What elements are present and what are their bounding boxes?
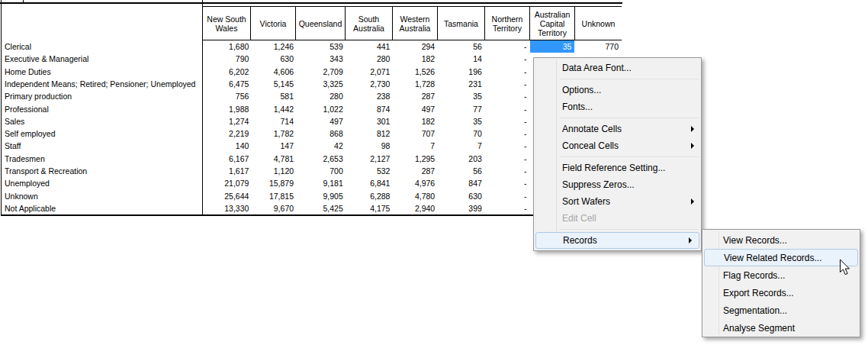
cell-tradesmen-tasmania[interactable]: 203 [438,153,485,165]
menu-item-segmentation[interactable]: Segmentation... [702,301,860,319]
cell-self-employed-south-australia[interactable]: 812 [346,127,394,140]
cell-transport-recreation-south-australia[interactable]: 532 [346,165,394,177]
menu-item-records[interactable]: Records [535,232,699,249]
cell-unknown-south-australia[interactable]: 6,288 [346,189,394,202]
row-label-tradesmen[interactable]: Tradesmen [2,154,204,163]
cell-primary-production-tasmania[interactable]: 35 [438,90,485,102]
cell-executive-managerial-victoria[interactable]: 630 [252,53,297,65]
cell-sales-queensland[interactable]: 497 [297,115,346,127]
column-header-northern-territory[interactable]: Northern Territory [484,6,529,40]
cell-self-employed-victoria[interactable]: 1,782 [252,127,297,140]
cell-unemployed-tasmania[interactable]: 847 [438,177,485,189]
row-label-not-applicable[interactable]: Not Applicable [2,204,204,213]
row-label-unknown[interactable]: Unknown [2,192,204,201]
cell-primary-production-northern-territory[interactable]: - [485,90,530,102]
cell-unknown-victoria[interactable]: 17,815 [252,189,297,202]
cell-sales-victoria[interactable]: 714 [252,115,297,127]
menu-item-conceal-cells[interactable]: Conceal Cells [534,137,701,154]
cell-clerical-unknown[interactable]: 770 [574,40,622,53]
cell-staff-new-south-wales[interactable]: 140 [204,140,252,152]
menu-item-options[interactable]: Options... [534,82,701,98]
column-header-queensland[interactable]: Queensland [295,6,345,40]
cell-sales-new-south-wales[interactable]: 1,274 [204,115,252,127]
cell-clerical-south-australia[interactable]: 441 [346,40,394,53]
column-header-victoria[interactable]: Victoria [250,6,295,40]
menu-item-data-area-font[interactable]: Data Area Font... [534,60,701,76]
cell-sales-tasmania[interactable]: 35 [438,115,485,127]
cell-self-employed-tasmania[interactable]: 70 [438,127,485,140]
cell-not-applicable-queensland[interactable]: 5,425 [297,202,346,214]
cell-tradesmen-victoria[interactable]: 4,781 [252,153,297,165]
row-label-professional[interactable]: Professional [2,105,204,114]
cell-professional-queensland[interactable]: 1,022 [297,102,346,114]
cell-independent-means-retired-pensioner-unemployed-victoria[interactable]: 5,145 [252,78,297,90]
cell-professional-south-australia[interactable]: 874 [346,102,394,114]
row-label-staff[interactable]: Staff [2,141,204,150]
cell-self-employed-queensland[interactable]: 868 [297,127,346,140]
cell-professional-western-australia[interactable]: 497 [393,102,438,114]
cell-unknown-queensland[interactable]: 9,905 [297,189,346,202]
cell-not-applicable-victoria[interactable]: 9,670 [252,202,297,214]
cell-staff-queensland[interactable]: 42 [297,140,346,152]
cell-not-applicable-western-australia[interactable]: 2,940 [393,202,438,214]
cell-transport-recreation-northern-territory[interactable]: - [485,165,530,177]
menu-item-view-records[interactable]: View Records... [702,231,860,249]
cell-clerical-victoria[interactable]: 1,246 [252,40,297,53]
cell-clerical-northern-territory[interactable]: - [485,40,530,53]
menu-item-flag-records[interactable]: Flag Records... [702,266,860,284]
column-header-australian-capital-territory[interactable]: Australian Capital Territory [529,6,574,40]
cell-tradesmen-northern-territory[interactable]: - [485,153,530,165]
row-label-self-employed[interactable]: Self employed [2,129,204,138]
cell-independent-means-retired-pensioner-unemployed-northern-territory[interactable]: - [485,78,530,90]
cell-tradesmen-queensland[interactable]: 2,653 [297,153,346,165]
cell-staff-northern-territory[interactable]: - [485,140,530,152]
cell-executive-managerial-tasmania[interactable]: 14 [438,53,485,65]
cell-transport-recreation-tasmania[interactable]: 56 [438,165,485,177]
cell-unknown-tasmania[interactable]: 630 [438,189,485,202]
cell-executive-managerial-south-australia[interactable]: 280 [346,53,394,65]
column-header-south-australia[interactable]: South Australia [345,6,392,40]
cell-primary-production-western-australia[interactable]: 287 [393,90,438,102]
cell-transport-recreation-victoria[interactable]: 1,120 [252,165,297,177]
menu-item-field-reference-setting[interactable]: Field Reference Setting... [534,160,701,176]
cell-unknown-new-south-wales[interactable]: 25,644 [204,189,252,202]
menu-item-view-related-records[interactable]: View Related Records... [704,249,858,266]
menu-item-sort-wafers[interactable]: Sort Wafers [534,193,701,210]
cell-professional-victoria[interactable]: 1,442 [252,102,297,114]
cell-unemployed-western-australia[interactable]: 4,976 [393,177,438,189]
cell-executive-managerial-new-south-wales[interactable]: 790 [204,53,252,65]
cell-unknown-northern-territory[interactable]: - [485,189,530,202]
row-label-executive-managerial[interactable]: Executive & Managerial [2,54,204,63]
menu-item-fonts[interactable]: Fonts... [534,98,701,115]
cell-sales-south-australia[interactable]: 301 [346,115,394,127]
cell-self-employed-western-australia[interactable]: 707 [393,127,438,140]
cell-transport-recreation-new-south-wales[interactable]: 1,617 [204,165,252,177]
cell-unknown-western-australia[interactable]: 4,780 [393,189,438,202]
cell-unemployed-queensland[interactable]: 9,181 [297,177,346,189]
cell-tradesmen-western-australia[interactable]: 1,295 [393,153,438,165]
cell-professional-northern-territory[interactable]: - [485,102,530,114]
cell-clerical-new-south-wales[interactable]: 1,680 [204,40,252,53]
cell-not-applicable-northern-territory[interactable]: - [485,202,530,214]
cell-staff-victoria[interactable]: 147 [252,140,297,152]
cell-home-duties-northern-territory[interactable]: - [485,66,530,78]
cell-not-applicable-tasmania[interactable]: 399 [438,202,485,214]
cell-independent-means-retired-pensioner-unemployed-queensland[interactable]: 3,325 [297,78,346,90]
cell-home-duties-south-australia[interactable]: 2,071 [346,66,394,78]
cell-clerical-western-australia[interactable]: 294 [393,40,438,53]
cell-independent-means-retired-pensioner-unemployed-western-australia[interactable]: 1,728 [393,78,438,90]
cell-clerical-queensland[interactable]: 539 [297,40,346,53]
cell-unemployed-south-australia[interactable]: 6,841 [346,177,394,189]
cell-primary-production-queensland[interactable]: 280 [297,90,346,102]
cell-primary-production-south-australia[interactable]: 238 [346,90,394,102]
cell-tradesmen-new-south-wales[interactable]: 6,167 [204,153,252,165]
cell-home-duties-victoria[interactable]: 4,606 [252,66,297,78]
row-label-clerical[interactable]: Clerical [2,42,204,51]
column-header-western-australia[interactable]: Western Australia [392,6,437,40]
cell-executive-managerial-northern-territory[interactable]: - [485,53,530,65]
cell-transport-recreation-queensland[interactable]: 700 [297,165,346,177]
cell-sales-western-australia[interactable]: 182 [393,115,438,127]
cell-staff-tasmania[interactable]: 7 [438,140,485,152]
cell-not-applicable-south-australia[interactable]: 4,175 [346,202,394,214]
cell-professional-tasmania[interactable]: 77 [438,102,485,114]
